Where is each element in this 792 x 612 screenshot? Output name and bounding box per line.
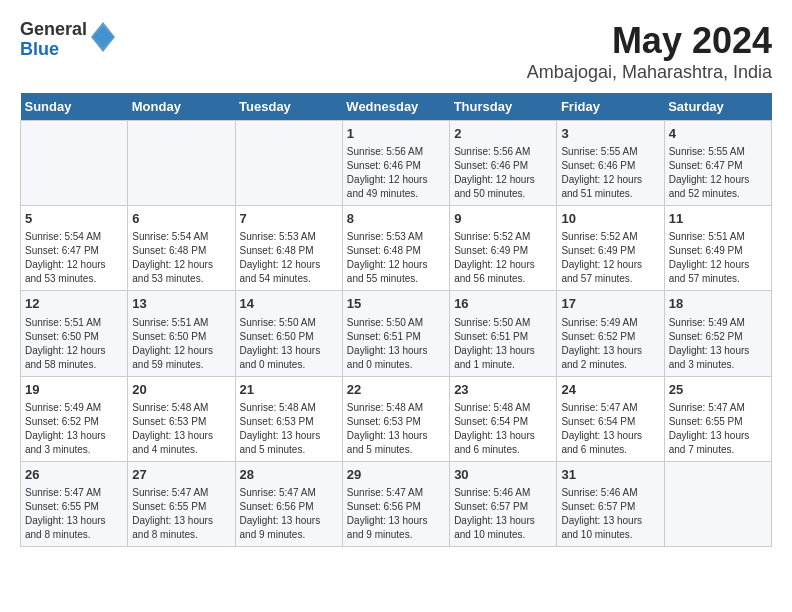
- day-number: 17: [561, 295, 659, 313]
- day-cell: 8Sunrise: 5:53 AM Sunset: 6:48 PM Daylig…: [342, 206, 449, 291]
- day-number: 25: [669, 381, 767, 399]
- week-row-5: 26Sunrise: 5:47 AM Sunset: 6:55 PM Dayli…: [21, 461, 772, 546]
- day-cell: 28Sunrise: 5:47 AM Sunset: 6:56 PM Dayli…: [235, 461, 342, 546]
- day-info: Sunrise: 5:54 AM Sunset: 6:48 PM Dayligh…: [132, 230, 230, 286]
- day-info: Sunrise: 5:56 AM Sunset: 6:46 PM Dayligh…: [454, 145, 552, 201]
- main-title: May 2024: [527, 20, 772, 62]
- day-cell: 21Sunrise: 5:48 AM Sunset: 6:53 PM Dayli…: [235, 376, 342, 461]
- day-info: Sunrise: 5:50 AM Sunset: 6:51 PM Dayligh…: [454, 316, 552, 372]
- day-info: Sunrise: 5:52 AM Sunset: 6:49 PM Dayligh…: [561, 230, 659, 286]
- day-cell: [235, 121, 342, 206]
- day-number: 18: [669, 295, 767, 313]
- day-info: Sunrise: 5:55 AM Sunset: 6:47 PM Dayligh…: [669, 145, 767, 201]
- logo-icon: [91, 22, 115, 56]
- day-cell: 13Sunrise: 5:51 AM Sunset: 6:50 PM Dayli…: [128, 291, 235, 376]
- day-info: Sunrise: 5:47 AM Sunset: 6:55 PM Dayligh…: [669, 401, 767, 457]
- day-cell: 12Sunrise: 5:51 AM Sunset: 6:50 PM Dayli…: [21, 291, 128, 376]
- day-info: Sunrise: 5:50 AM Sunset: 6:51 PM Dayligh…: [347, 316, 445, 372]
- day-number: 2: [454, 125, 552, 143]
- logo-blue: Blue: [20, 40, 87, 60]
- day-cell: 5Sunrise: 5:54 AM Sunset: 6:47 PM Daylig…: [21, 206, 128, 291]
- day-number: 16: [454, 295, 552, 313]
- day-info: Sunrise: 5:51 AM Sunset: 6:50 PM Dayligh…: [132, 316, 230, 372]
- day-cell: 11Sunrise: 5:51 AM Sunset: 6:49 PM Dayli…: [664, 206, 771, 291]
- day-info: Sunrise: 5:49 AM Sunset: 6:52 PM Dayligh…: [561, 316, 659, 372]
- day-number: 20: [132, 381, 230, 399]
- day-info: Sunrise: 5:47 AM Sunset: 6:54 PM Dayligh…: [561, 401, 659, 457]
- day-cell: 9Sunrise: 5:52 AM Sunset: 6:49 PM Daylig…: [450, 206, 557, 291]
- day-number: 21: [240, 381, 338, 399]
- day-number: 23: [454, 381, 552, 399]
- day-number: 15: [347, 295, 445, 313]
- day-number: 8: [347, 210, 445, 228]
- logo-text: General Blue: [20, 20, 87, 60]
- header-thursday: Thursday: [450, 93, 557, 121]
- week-row-1: 1Sunrise: 5:56 AM Sunset: 6:46 PM Daylig…: [21, 121, 772, 206]
- day-info: Sunrise: 5:47 AM Sunset: 6:55 PM Dayligh…: [132, 486, 230, 542]
- header-saturday: Saturday: [664, 93, 771, 121]
- day-info: Sunrise: 5:54 AM Sunset: 6:47 PM Dayligh…: [25, 230, 123, 286]
- header-tuesday: Tuesday: [235, 93, 342, 121]
- day-number: 19: [25, 381, 123, 399]
- day-number: 12: [25, 295, 123, 313]
- day-number: 1: [347, 125, 445, 143]
- day-cell: [664, 461, 771, 546]
- day-cell: 4Sunrise: 5:55 AM Sunset: 6:47 PM Daylig…: [664, 121, 771, 206]
- day-cell: 2Sunrise: 5:56 AM Sunset: 6:46 PM Daylig…: [450, 121, 557, 206]
- day-info: Sunrise: 5:49 AM Sunset: 6:52 PM Dayligh…: [25, 401, 123, 457]
- day-number: 28: [240, 466, 338, 484]
- day-info: Sunrise: 5:48 AM Sunset: 6:54 PM Dayligh…: [454, 401, 552, 457]
- day-cell: 25Sunrise: 5:47 AM Sunset: 6:55 PM Dayli…: [664, 376, 771, 461]
- day-cell: 1Sunrise: 5:56 AM Sunset: 6:46 PM Daylig…: [342, 121, 449, 206]
- day-info: Sunrise: 5:51 AM Sunset: 6:49 PM Dayligh…: [669, 230, 767, 286]
- day-number: 27: [132, 466, 230, 484]
- day-number: 5: [25, 210, 123, 228]
- day-cell: 14Sunrise: 5:50 AM Sunset: 6:50 PM Dayli…: [235, 291, 342, 376]
- day-number: 10: [561, 210, 659, 228]
- day-info: Sunrise: 5:47 AM Sunset: 6:55 PM Dayligh…: [25, 486, 123, 542]
- day-info: Sunrise: 5:52 AM Sunset: 6:49 PM Dayligh…: [454, 230, 552, 286]
- day-cell: 30Sunrise: 5:46 AM Sunset: 6:57 PM Dayli…: [450, 461, 557, 546]
- day-cell: 20Sunrise: 5:48 AM Sunset: 6:53 PM Dayli…: [128, 376, 235, 461]
- day-cell: 15Sunrise: 5:50 AM Sunset: 6:51 PM Dayli…: [342, 291, 449, 376]
- day-number: 13: [132, 295, 230, 313]
- day-cell: 17Sunrise: 5:49 AM Sunset: 6:52 PM Dayli…: [557, 291, 664, 376]
- day-cell: 22Sunrise: 5:48 AM Sunset: 6:53 PM Dayli…: [342, 376, 449, 461]
- day-cell: 6Sunrise: 5:54 AM Sunset: 6:48 PM Daylig…: [128, 206, 235, 291]
- day-number: 3: [561, 125, 659, 143]
- day-cell: [21, 121, 128, 206]
- day-info: Sunrise: 5:48 AM Sunset: 6:53 PM Dayligh…: [347, 401, 445, 457]
- day-number: 6: [132, 210, 230, 228]
- day-number: 30: [454, 466, 552, 484]
- day-cell: [128, 121, 235, 206]
- title-block: May 2024 Ambajogai, Maharashtra, India: [527, 20, 772, 83]
- week-row-3: 12Sunrise: 5:51 AM Sunset: 6:50 PM Dayli…: [21, 291, 772, 376]
- day-number: 26: [25, 466, 123, 484]
- day-number: 7: [240, 210, 338, 228]
- day-info: Sunrise: 5:53 AM Sunset: 6:48 PM Dayligh…: [240, 230, 338, 286]
- day-info: Sunrise: 5:56 AM Sunset: 6:46 PM Dayligh…: [347, 145, 445, 201]
- day-number: 4: [669, 125, 767, 143]
- day-cell: 23Sunrise: 5:48 AM Sunset: 6:54 PM Dayli…: [450, 376, 557, 461]
- day-number: 24: [561, 381, 659, 399]
- header-sunday: Sunday: [21, 93, 128, 121]
- day-cell: 16Sunrise: 5:50 AM Sunset: 6:51 PM Dayli…: [450, 291, 557, 376]
- day-cell: 19Sunrise: 5:49 AM Sunset: 6:52 PM Dayli…: [21, 376, 128, 461]
- header-row: SundayMondayTuesdayWednesdayThursdayFrid…: [21, 93, 772, 121]
- day-info: Sunrise: 5:49 AM Sunset: 6:52 PM Dayligh…: [669, 316, 767, 372]
- day-info: Sunrise: 5:48 AM Sunset: 6:53 PM Dayligh…: [132, 401, 230, 457]
- day-number: 31: [561, 466, 659, 484]
- day-cell: 18Sunrise: 5:49 AM Sunset: 6:52 PM Dayli…: [664, 291, 771, 376]
- header-monday: Monday: [128, 93, 235, 121]
- day-info: Sunrise: 5:55 AM Sunset: 6:46 PM Dayligh…: [561, 145, 659, 201]
- day-cell: 7Sunrise: 5:53 AM Sunset: 6:48 PM Daylig…: [235, 206, 342, 291]
- day-info: Sunrise: 5:47 AM Sunset: 6:56 PM Dayligh…: [347, 486, 445, 542]
- day-info: Sunrise: 5:47 AM Sunset: 6:56 PM Dayligh…: [240, 486, 338, 542]
- svg-marker-1: [93, 26, 113, 48]
- logo: General Blue: [20, 20, 115, 60]
- day-number: 9: [454, 210, 552, 228]
- day-cell: 29Sunrise: 5:47 AM Sunset: 6:56 PM Dayli…: [342, 461, 449, 546]
- day-cell: 3Sunrise: 5:55 AM Sunset: 6:46 PM Daylig…: [557, 121, 664, 206]
- day-info: Sunrise: 5:48 AM Sunset: 6:53 PM Dayligh…: [240, 401, 338, 457]
- day-cell: 27Sunrise: 5:47 AM Sunset: 6:55 PM Dayli…: [128, 461, 235, 546]
